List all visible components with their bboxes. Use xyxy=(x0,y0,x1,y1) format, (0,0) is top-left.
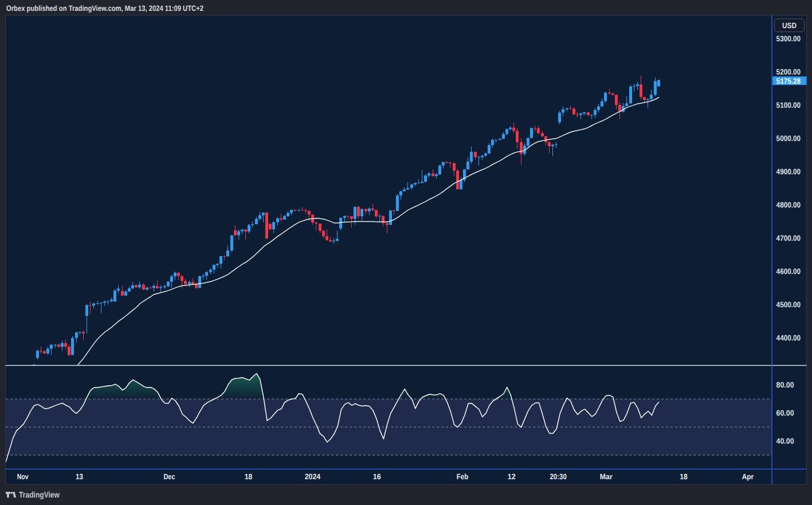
svg-text:4900.00: 4900.00 xyxy=(776,167,801,176)
svg-text:Apr: Apr xyxy=(742,472,754,481)
svg-text:12: 12 xyxy=(508,472,516,481)
svg-text:16: 16 xyxy=(373,472,381,481)
svg-text:4700.00: 4700.00 xyxy=(776,234,801,242)
svg-text:20:30: 20:30 xyxy=(550,472,567,481)
svg-text:TradingView: TradingView xyxy=(19,491,60,500)
svg-text:Nov: Nov xyxy=(17,472,29,481)
svg-text:60.00: 60.00 xyxy=(776,409,794,417)
svg-text:4800.00: 4800.00 xyxy=(776,201,801,209)
svg-text:Mar: Mar xyxy=(600,472,613,481)
svg-text:Orbex published on TradingView: Orbex published on TradingView.com, Mar … xyxy=(6,4,203,13)
svg-text:40.00: 40.00 xyxy=(776,437,794,445)
svg-text:Dec: Dec xyxy=(164,472,175,481)
svg-text:2024: 2024 xyxy=(305,472,321,481)
svg-text:USD: USD xyxy=(782,21,797,30)
svg-text:4400.00: 4400.00 xyxy=(776,334,801,342)
svg-text:4600.00: 4600.00 xyxy=(776,267,801,276)
svg-text:5100.00: 5100.00 xyxy=(776,101,801,109)
svg-text:5000.00: 5000.00 xyxy=(776,134,801,143)
svg-text:18: 18 xyxy=(680,472,688,481)
svg-text:Feb: Feb xyxy=(457,472,469,481)
svg-text:80.00: 80.00 xyxy=(776,381,794,389)
svg-text:5300.00: 5300.00 xyxy=(776,34,801,43)
svg-text:18: 18 xyxy=(245,472,253,481)
svg-text:5175.28: 5175.28 xyxy=(776,77,801,85)
svg-text:13: 13 xyxy=(76,472,83,481)
svg-text:5200.00: 5200.00 xyxy=(776,68,801,76)
svg-text:4500.00: 4500.00 xyxy=(776,300,801,309)
